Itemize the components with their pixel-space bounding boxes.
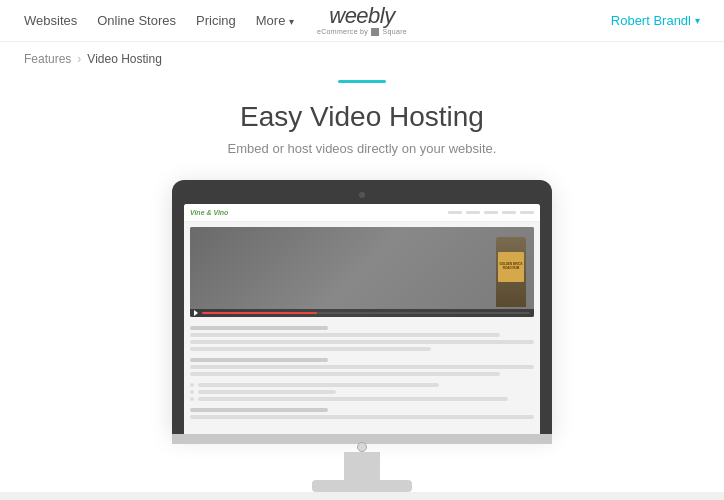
content-line bbox=[198, 390, 336, 394]
main-nav: Websites Online Stores Pricing More ▾ we… bbox=[0, 0, 724, 42]
user-chevron-icon: ▾ bbox=[695, 15, 700, 26]
content-line bbox=[198, 397, 508, 401]
play-icon bbox=[194, 310, 199, 316]
logo-sub: eCommerce by Square bbox=[317, 28, 407, 36]
screen-nav-link bbox=[520, 211, 534, 214]
content-line bbox=[190, 358, 328, 362]
screen-nav-links bbox=[448, 211, 534, 214]
monitor-base bbox=[312, 480, 412, 492]
monitor-body: Vine & Vino GOLDEN BRICK ROAD RUM bbox=[172, 180, 552, 434]
weebly-logo[interactable]: weebly eCommerce by Square bbox=[317, 5, 407, 36]
video-label-text: GOLDEN BRICK ROAD RUM bbox=[498, 263, 524, 270]
content-line bbox=[198, 383, 439, 387]
monitor-camera bbox=[359, 192, 365, 198]
breadcrumb-parent[interactable]: Features bbox=[24, 52, 71, 66]
breadcrumb: Features › Video Hosting bbox=[0, 42, 724, 76]
screen-nav-link bbox=[484, 211, 498, 214]
nav-websites[interactable]: Websites bbox=[24, 13, 77, 28]
video-overlay: GOLDEN BRICK ROAD RUM bbox=[190, 227, 534, 317]
content-line bbox=[190, 333, 500, 337]
breadcrumb-current: Video Hosting bbox=[87, 52, 162, 66]
video-playbar bbox=[190, 309, 534, 317]
screen-nav-link bbox=[466, 211, 480, 214]
content-line bbox=[190, 326, 328, 330]
nav-pricing[interactable]: Pricing bbox=[196, 13, 236, 28]
screen-nav: Vine & Vino bbox=[184, 204, 540, 222]
user-menu[interactable]: Robert Brandl ▾ bbox=[611, 13, 700, 28]
monitor-power-button bbox=[357, 442, 367, 452]
hero-accent-bar bbox=[338, 80, 386, 83]
screen-video: GOLDEN BRICK ROAD RUM bbox=[190, 227, 534, 317]
user-name: Robert Brandl bbox=[611, 13, 691, 28]
screen-logo: Vine & Vino bbox=[190, 209, 228, 216]
video-bottle: GOLDEN BRICK ROAD RUM bbox=[496, 237, 526, 307]
breadcrumb-separator: › bbox=[77, 52, 81, 66]
screen-nav-link bbox=[502, 211, 516, 214]
bottom-section bbox=[0, 492, 724, 500]
progress-fill bbox=[202, 312, 317, 314]
monitor-neck bbox=[344, 452, 380, 480]
content-line bbox=[190, 372, 500, 376]
content-line bbox=[190, 415, 534, 419]
video-label: GOLDEN BRICK ROAD RUM bbox=[498, 252, 524, 282]
screen-content bbox=[184, 322, 540, 426]
nav-more[interactable]: More ▾ bbox=[256, 13, 294, 28]
content-line bbox=[190, 365, 534, 369]
hero-section: Easy Video Hosting Embed or host videos … bbox=[0, 76, 724, 166]
square-icon bbox=[371, 28, 379, 36]
nav-online-stores[interactable]: Online Stores bbox=[97, 13, 176, 28]
content-line bbox=[190, 347, 431, 351]
logo-text: weebly bbox=[329, 5, 394, 27]
progress-bar bbox=[202, 312, 530, 314]
hero-subtitle: Embed or host videos directly on your we… bbox=[228, 141, 497, 156]
monitor-screen: Vine & Vino GOLDEN BRICK ROAD RUM bbox=[184, 204, 540, 434]
hero-title: Easy Video Hosting bbox=[240, 101, 484, 133]
more-chevron-icon: ▾ bbox=[289, 16, 294, 27]
nav-links: Websites Online Stores Pricing More ▾ bbox=[24, 13, 294, 28]
content-line bbox=[190, 408, 328, 412]
content-line bbox=[190, 340, 534, 344]
monitor-illustration: Vine & Vino GOLDEN BRICK ROAD RUM bbox=[0, 180, 724, 492]
screen-nav-link bbox=[448, 211, 462, 214]
